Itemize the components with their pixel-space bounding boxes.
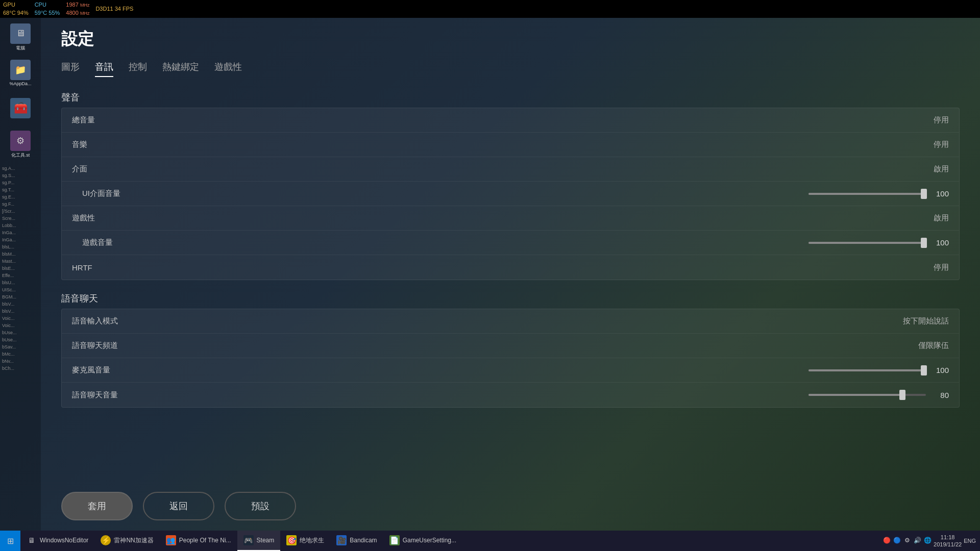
mic-volume-row: 麥克風音量 100 [62, 358, 959, 383]
ui-volume-row: UI介面音量 100 [62, 182, 959, 206]
total-volume-value[interactable]: 停用 [908, 115, 949, 125]
tab-controls[interactable]: 控制 [129, 61, 147, 76]
taskbar-item-steam[interactable]: 🎮 Steam [237, 531, 281, 551]
sound-section-title: 聲音 [61, 91, 960, 104]
music-value[interactable]: 停用 [908, 140, 949, 149]
tab-audio[interactable]: 音訊 [95, 61, 113, 76]
settings-tabs: 圖形 音訊 控制 熱鍵綁定 遊戲性 [61, 61, 960, 76]
ui-row: 介面 啟用 [62, 157, 959, 182]
desktop-icon-computer[interactable]: 🖥 電腦 [4, 21, 37, 54]
tool-icon: ⚙ [10, 131, 31, 151]
voice-volume-row: 語音聊天音量 80 [62, 383, 959, 407]
settings-panel: 設定 圖形 音訊 控制 熱鍵綁定 遊戲性 聲音 總音量 停用 音樂 停用 介面 … [41, 18, 980, 531]
gameplay-sound-value[interactable]: 啟用 [908, 213, 949, 223]
game-volume-slider-value: 100 [931, 238, 949, 247]
total-volume-label: 總音量 [72, 115, 164, 125]
mic-volume-label: 麥克風音量 [72, 365, 164, 375]
taskbar-items: 🖥 WindowsNoEditor ⚡ 雷神NN加速器 👥 People Of … [20, 531, 878, 551]
taskbar-clock: 11:18 2019/11/22 [934, 534, 962, 548]
gameplay-sound-label: 遊戲性 [72, 213, 164, 223]
gameplay-sound-row: 遊戲性 啟用 [62, 206, 959, 231]
voice-section-title: 語音聊天 [61, 292, 960, 305]
taskbar-item-pubg[interactable]: 🎯 绝地求生 [280, 531, 330, 551]
voice-volume-label: 語音聊天音量 [72, 390, 164, 400]
steam-icon: 🎮 [243, 535, 254, 545]
taskbar-item-gameuser[interactable]: 📄 GameUserSetting... [383, 531, 462, 551]
voice-channel-label: 語音聊天頻道 [72, 341, 164, 350]
ui-volume-slider-thumb[interactable] [921, 189, 927, 199]
voice-volume-slider-fill [808, 394, 902, 396]
tray-icon-5: 🌐 [923, 537, 932, 545]
accelerator-label: 雷神NN加速器 [114, 536, 153, 545]
bandicam-label: Bandicam [350, 537, 377, 544]
windows-icon: ⊞ [7, 536, 14, 546]
voice-settings-table: 語音輸入模式 按下開始說話 語音聊天頻道 僅限隊伍 麥克風音量 100 語音聊天… [61, 309, 960, 408]
tray-icon-1: 🔴 [883, 537, 891, 545]
music-label: 音樂 [72, 140, 164, 149]
ui-value[interactable]: 啟用 [908, 164, 949, 174]
pubg-icon: 🎯 [286, 535, 297, 545]
taskbar-lang: ENG [964, 538, 976, 544]
hrtf-value[interactable]: 停用 [908, 263, 949, 272]
tab-keybindings[interactable]: 熱鍵綁定 [162, 61, 199, 76]
cpu-stats: CPU 59°C 55% [32, 0, 63, 18]
voice-volume-slider-track[interactable] [808, 394, 926, 396]
voice-volume-slider-area: 80 [808, 391, 949, 399]
music-row: 音樂 停用 [62, 133, 959, 157]
mic-volume-slider-value: 100 [931, 366, 949, 374]
game-volume-label: 遊戲音量 [82, 238, 174, 247]
desktop-icon-file[interactable]: 🧰 [4, 92, 37, 125]
voice-volume-slider-thumb[interactable] [899, 390, 905, 400]
ui-volume-slider-track[interactable] [808, 193, 926, 195]
game-volume-row: 遊戲音量 100 [62, 231, 959, 255]
taskbar-right: 🔴 🔵 ⚙ 🔊 🌐 11:18 2019/11/22 ENG [878, 534, 980, 548]
taskbar: ⊞ 🖥 WindowsNoEditor ⚡ 雷神NN加速器 👥 People O… [0, 531, 980, 551]
desktop-icon-tool[interactable]: ⚙ 化工具.st [4, 128, 37, 161]
game-volume-slider-thumb[interactable] [921, 238, 927, 248]
windowsnoeditor-icon: 🖥 [27, 535, 37, 545]
taskbar-time-value: 11:18 [934, 534, 962, 541]
voice-channel-value[interactable]: 僅限隊伍 [908, 341, 949, 350]
ui-volume-label: UI介面音量 [82, 189, 174, 198]
mic-volume-slider-track[interactable] [808, 369, 926, 371]
bandicam-icon: 🎥 [336, 535, 347, 545]
taskbar-item-bandicam[interactable]: 🎥 Bandicam [330, 531, 383, 551]
game-volume-slider-area: 100 [808, 238, 949, 247]
ui-label: 介面 [72, 164, 164, 174]
mic-volume-slider-area: 100 [808, 366, 949, 374]
mic-volume-slider-thumb[interactable] [921, 365, 927, 375]
total-volume-row: 總音量 停用 [62, 108, 959, 133]
taskbar-date-value: 2019/11/22 [934, 541, 962, 548]
taskbar-item-windowsnoeditor[interactable]: 🖥 WindowsNoEditor [20, 531, 94, 551]
voice-channel-row: 語音聊天頻道 僅限隊伍 [62, 334, 959, 358]
tray-icon-3: ⚙ [903, 537, 911, 545]
tray-icon-2: 🔵 [893, 537, 901, 545]
voice-input-mode-label: 語音輸入模式 [72, 316, 164, 326]
taskbar-item-accelerator[interactable]: ⚡ 雷神NN加速器 [94, 531, 159, 551]
ui-volume-slider-value: 100 [931, 189, 949, 198]
steam-label: Steam [257, 537, 275, 544]
hrtf-label: HRTF [72, 263, 164, 272]
sound-settings-table: 總音量 停用 音樂 停用 介面 啟用 UI介面音量 100 [61, 108, 960, 280]
windowsnoeditor-label: WindowsNoEditor [40, 537, 88, 544]
gameuser-label: GameUserSetting... [403, 537, 456, 544]
game-volume-slider-track[interactable] [808, 242, 926, 244]
gpu-stats: GPU 68°C 94% [0, 0, 32, 18]
desktop-icon-appdata[interactable]: 📁 %AppDa... [4, 57, 37, 89]
file-list: sg.A... sg.S... sg.P... sg.T... sg.E... … [0, 165, 41, 372]
desktop-sidebar: 🖥 電腦 📁 %AppDa... 🧰 ⚙ 化工具.st sg.A... sg.S… [0, 18, 41, 531]
computer-icon: 🖥 [10, 23, 31, 44]
people-icon: 👥 [166, 535, 176, 545]
ui-volume-slider-fill [808, 193, 926, 195]
file-icon: 🧰 [10, 98, 31, 118]
desktop-icon-appdata-label: %AppDa... [4, 81, 37, 86]
voice-input-mode-value[interactable]: 按下開始說話 [903, 316, 949, 326]
tab-graphics[interactable]: 圖形 [61, 61, 80, 76]
tab-gameplay[interactable]: 遊戲性 [214, 61, 242, 76]
desktop-icon-tool-label: 化工具.st [4, 152, 37, 159]
hrtf-row: HRTF 停用 [62, 255, 959, 280]
folder-icon: 📁 [10, 60, 31, 80]
taskbar-item-people[interactable]: 👥 People Of The Ni... [160, 531, 237, 551]
people-label: People Of The Ni... [179, 537, 231, 544]
start-button[interactable]: ⊞ [0, 531, 20, 551]
